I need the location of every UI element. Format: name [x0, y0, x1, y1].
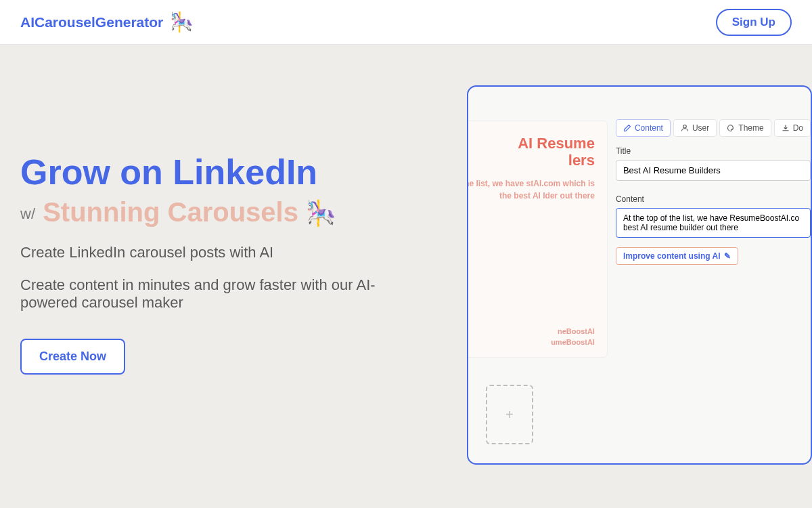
hero-subtitle-prefix: w/ — [20, 206, 35, 223]
plus-icon: + — [505, 407, 514, 423]
tab-download[interactable]: Do — [774, 119, 811, 137]
brand-logo[interactable]: AICarouselGenerator 🎠 — [20, 13, 194, 32]
tab-user[interactable]: User — [673, 119, 717, 137]
hero-description-1: Create LinkedIn carousel posts with AI — [20, 244, 440, 261]
editor-preview: AI Resume lers f the list, we have stAI.… — [467, 85, 792, 375]
hero-subtitle: w/ Stunning Carousels 🎠 — [20, 197, 440, 228]
title-input[interactable] — [616, 160, 811, 181]
tab-label: Do — [793, 123, 803, 133]
horse-icon: 🎠 — [306, 199, 336, 227]
tab-label: Content — [635, 123, 663, 133]
wand-icon: ✎ — [724, 251, 731, 261]
title-label: Title — [616, 146, 811, 156]
hero-title: Grow on LinkedIn — [20, 153, 440, 192]
editor-frame: AI Resume lers f the list, we have stAI.… — [467, 85, 812, 465]
improve-label: Improve content using AI — [623, 251, 721, 261]
signup-button[interactable]: Sign Up — [716, 9, 792, 36]
hero-section: Grow on LinkedIn w/ Stunning Carousels 🎠… — [20, 85, 440, 375]
palette-icon — [727, 124, 735, 132]
content-textarea[interactable]: At the top of the list, we have ResumeBo… — [616, 208, 811, 238]
header: AICarouselGenerator 🎠 Sign Up — [0, 0, 812, 45]
carousel-icon: 🎠 — [170, 13, 194, 32]
editor-tabs: Content User Theme Do — [616, 119, 811, 137]
pencil-icon — [623, 124, 631, 132]
hero-description-2: Create content in minutes and grow faste… — [20, 276, 386, 312]
user-icon — [681, 124, 689, 132]
tab-label: User — [692, 123, 709, 133]
brand-text: AICarouselGenerator — [20, 14, 163, 30]
improve-ai-button[interactable]: Improve content using AI ✎ — [616, 247, 738, 265]
preview-pane: AI Resume lers f the list, we have stAI.… — [468, 87, 608, 463]
content-label: Content — [616, 194, 811, 204]
card-body: f the list, we have stAI.com which is th… — [468, 177, 595, 202]
form-pane: Content User Theme Do — [608, 87, 811, 463]
create-now-button[interactable]: Create Now — [20, 339, 125, 375]
svg-point-0 — [683, 125, 687, 129]
editor-inner: AI Resume lers f the list, we have stAI.… — [468, 87, 811, 463]
main-content: Grow on LinkedIn w/ Stunning Carousels 🎠… — [0, 45, 812, 395]
card-footer: neBoostAI umeBoostAI — [468, 326, 595, 347]
tab-label: Theme — [738, 123, 763, 133]
card-title: AI Resume lers — [468, 135, 595, 169]
add-slide-button[interactable]: + — [486, 385, 533, 444]
download-icon — [782, 124, 790, 132]
tab-theme[interactable]: Theme — [719, 119, 771, 137]
carousel-card[interactable]: AI Resume lers f the list, we have stAI.… — [468, 121, 608, 358]
tab-content[interactable]: Content — [616, 119, 671, 137]
hero-subtitle-text: Stunning Carousels — [43, 197, 298, 227]
